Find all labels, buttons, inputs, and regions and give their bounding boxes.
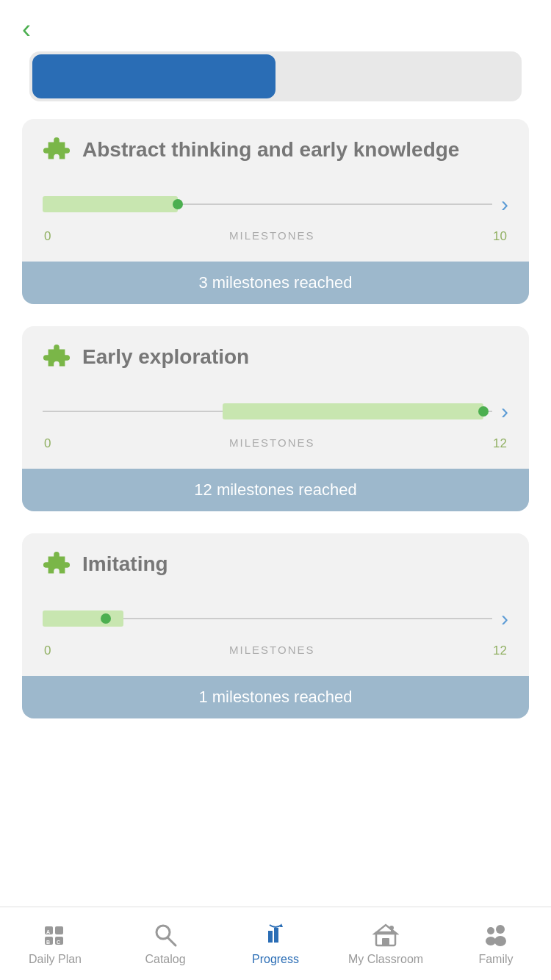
milestones-label: MILESTONES	[229, 644, 314, 658]
nav-daily-plan[interactable]: A B C Daily Plan	[0, 922, 110, 966]
chart-inner	[43, 597, 492, 641]
svg-point-18	[486, 937, 496, 945]
chart-max: 12	[493, 644, 507, 658]
skill-header: Imitating	[43, 551, 508, 579]
skill-header: Abstract thinking and early knowledge	[43, 137, 508, 165]
svg-text:C: C	[57, 940, 60, 945]
chart-inner	[43, 389, 492, 433]
svg-rect-2	[55, 926, 63, 934]
puzzle-icon	[43, 137, 71, 165]
skill-name: Abstract thinking and early knowledge	[82, 137, 459, 163]
milestones-reached: 1 milestones reached	[198, 688, 352, 706]
header: ‹	[0, 0, 551, 44]
svg-point-20	[494, 936, 506, 946]
nav-daily-plan-label: Daily Plan	[29, 953, 82, 966]
milestones-label: MILESTONES	[229, 229, 314, 244]
nav-my-classroom-label: My Classroom	[348, 953, 423, 966]
chart-max: 10	[493, 229, 507, 244]
skill-chart: ›	[43, 389, 508, 433]
skill-chart: ›	[43, 182, 508, 226]
view-toggle	[29, 51, 522, 101]
skill-card-0[interactable]: Abstract thinking and early knowledge › …	[22, 119, 529, 304]
skill-header: Early exploration	[43, 344, 508, 372]
dot-marker	[478, 406, 489, 417]
svg-point-15	[389, 926, 394, 930]
catalog-icon	[152, 922, 179, 948]
nav-family[interactable]: Family	[441, 922, 551, 966]
chevron-right-icon: ›	[492, 606, 508, 631]
svg-point-19	[496, 925, 505, 934]
skill-footer: 12 milestones reached	[22, 469, 529, 511]
fill-bar	[223, 403, 483, 419]
chart-labels: 0 MILESTONES 12	[43, 436, 508, 451]
nav-catalog[interactable]: Catalog	[110, 922, 220, 966]
milestones-label: MILESTONES	[229, 436, 314, 451]
chevron-right-icon: ›	[492, 192, 508, 217]
chart-max: 12	[493, 436, 507, 451]
nav-family-label: Family	[478, 953, 513, 966]
milestones-reached: 3 milestones reached	[198, 273, 352, 292]
puzzle-icon	[43, 551, 71, 579]
chart-labels: 0 MILESTONES 10	[43, 229, 508, 244]
fill-bar	[43, 610, 123, 627]
chart-min: 0	[44, 229, 51, 244]
skill-card-body: Abstract thinking and early knowledge › …	[22, 119, 529, 262]
svg-text:A: A	[46, 929, 50, 934]
svg-point-17	[487, 927, 494, 934]
compare-age-group-button[interactable]	[32, 54, 276, 98]
skill-card-2[interactable]: Imitating › 0 MILESTONES 12 1 milestones…	[22, 533, 529, 718]
skill-card-body: Imitating › 0 MILESTONES 12	[22, 533, 529, 676]
bottom-nav: A B C Daily Plan Catalog Progress	[0, 907, 551, 980]
dot-marker	[101, 613, 111, 624]
dot-marker	[173, 199, 183, 209]
skill-chart: ›	[43, 597, 508, 641]
svg-text:B: B	[46, 940, 50, 945]
puzzle-icon	[43, 344, 71, 372]
family-icon	[483, 922, 509, 948]
skill-footer: 1 milestones reached	[22, 676, 529, 718]
skill-card-body: Early exploration › 0 MILESTONES 12	[22, 326, 529, 469]
nav-my-classroom[interactable]: My Classroom	[331, 922, 441, 966]
svg-line-8	[168, 937, 176, 945]
over-time-button[interactable]	[278, 51, 522, 101]
chart-inner	[43, 182, 492, 226]
fill-bar	[43, 196, 178, 212]
back-button[interactable]: ‹	[22, 16, 31, 43]
chart-labels: 0 MILESTONES 12	[43, 644, 508, 658]
chevron-right-icon: ›	[492, 399, 508, 424]
svg-marker-10	[274, 928, 278, 943]
svg-marker-9	[268, 931, 273, 943]
skill-footer: 3 milestones reached	[22, 262, 529, 304]
classroom-icon	[372, 922, 399, 948]
nav-progress-label: Progress	[252, 953, 299, 966]
milestones-reached: 12 milestones reached	[194, 480, 356, 499]
skill-name: Early exploration	[82, 344, 249, 370]
chart-min: 0	[44, 644, 51, 658]
svg-rect-14	[382, 938, 389, 945]
skill-name: Imitating	[82, 551, 168, 577]
daily-plan-icon: A B C	[42, 922, 68, 948]
nav-progress[interactable]: Progress	[220, 922, 331, 966]
progress-icon	[262, 922, 289, 948]
nav-catalog-label: Catalog	[145, 953, 185, 966]
skill-card-1[interactable]: Early exploration › 0 MILESTONES 12 12 m…	[22, 326, 529, 511]
chart-min: 0	[44, 436, 51, 451]
